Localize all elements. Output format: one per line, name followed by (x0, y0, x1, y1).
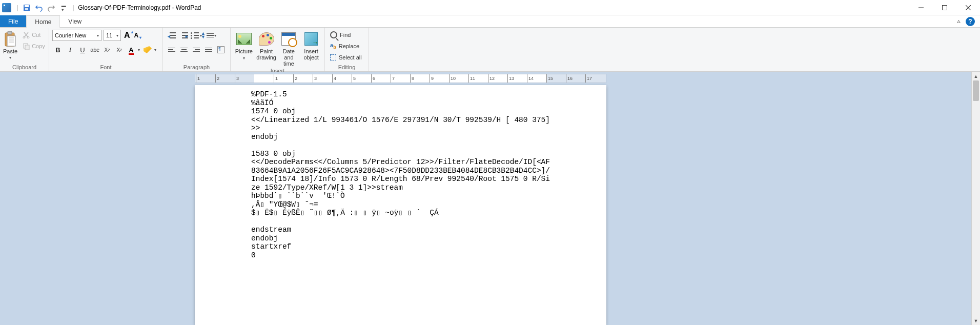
font-size-combo[interactable]: 11▾ (104, 30, 121, 41)
tab-home[interactable]: Home (26, 15, 60, 28)
superscript-button[interactable]: X2 (114, 44, 125, 55)
document-page[interactable]: %PDF-1.5 %âãÏÓ 1574 0 obj <</Linearized … (195, 85, 606, 325)
subscript-button[interactable]: X2 (101, 44, 113, 55)
ruler-tick: 7 (391, 74, 395, 83)
ruler-tick: 14 (527, 74, 534, 83)
ruler-tick: 8 (410, 74, 414, 83)
chevron-down-icon: ▾ (116, 33, 118, 38)
align-right-button[interactable] (191, 44, 202, 55)
ruler-tick: 2 (215, 74, 219, 83)
insert-object-button[interactable]: Insert object (301, 30, 321, 60)
app-icon (2, 3, 11, 12)
font-color-button[interactable]: A ▾ (126, 44, 141, 55)
scroll-up-button[interactable]: ▲ (972, 72, 980, 80)
underline-button[interactable]: U (77, 44, 88, 55)
select-all-icon (330, 54, 336, 60)
ruler-tick: 11 (468, 74, 475, 83)
font-size-value: 11 (106, 32, 112, 38)
ruler-tick: 1 (274, 74, 278, 83)
replace-button[interactable]: ab Replace (328, 41, 361, 51)
italic-button[interactable]: I (65, 44, 76, 55)
select-all-label: Select all (339, 54, 362, 60)
increase-indent-button[interactable]: ► (178, 30, 190, 41)
replace-icon: ab (330, 42, 336, 50)
insert-datetime-button[interactable]: Date and time (279, 30, 299, 67)
ribbon: Paste ▾ Cut Copy Clipboard Courier New▾ (0, 28, 980, 72)
quick-access-toolbar: | ▬▾ | Glossary-Of-PDF-Terminology.pdf -… (0, 2, 201, 13)
group-label-paragraph: Paragraph (166, 63, 227, 70)
line-spacing-button[interactable]: ▲▼▾ (203, 30, 214, 41)
ruler-tick: 1 (196, 74, 200, 83)
bold-button[interactable]: B (52, 44, 64, 55)
ruler-tick: 13 (507, 74, 514, 83)
svg-rect-2 (25, 8, 28, 10)
copy-icon (23, 43, 30, 50)
decrease-indent-button[interactable]: ◄ (166, 30, 177, 41)
highlight-button[interactable]: ▾ (142, 44, 158, 55)
save-icon[interactable] (21, 2, 32, 13)
collapse-ribbon-icon[interactable]: ㅿ (954, 17, 964, 27)
bullets-button[interactable]: ▾ (191, 30, 202, 41)
close-button[interactable] (956, 0, 980, 15)
insert-datetime-label: Date and time (279, 48, 299, 67)
document-text[interactable]: %PDF-1.5 %âãÏÓ 1574 0 obj <</Linearized … (251, 90, 550, 259)
insert-picture-button[interactable]: Picture▾ (234, 30, 254, 62)
ribbon-tabs: File Home View ㅿ ? (0, 15, 980, 28)
font-color-icon: A (129, 46, 133, 54)
copy-label: Copy (32, 43, 45, 49)
highlighter-icon (144, 46, 152, 53)
font-name-value: Courier New (55, 32, 86, 38)
document-area: 3211234567891011121314151617 %PDF-1.5 %â… (0, 72, 980, 325)
cut-icon (23, 31, 30, 38)
insert-object-label: Insert object (301, 48, 321, 60)
scroll-down-button[interactable]: ▼ (972, 316, 980, 325)
cut-label: Cut (32, 32, 40, 38)
tab-file[interactable]: File (0, 15, 26, 27)
group-label-editing: Editing (328, 63, 365, 70)
replace-label: Replace (339, 43, 359, 49)
undo-icon[interactable] (33, 2, 45, 13)
strikethrough-button[interactable]: abc (89, 44, 100, 55)
paste-button[interactable]: Paste ▾ (3, 30, 17, 60)
font-name-combo[interactable]: Courier New▾ (52, 30, 101, 41)
chevron-down-icon: ▾ (243, 56, 245, 60)
chevron-down-icon[interactable]: ▾ (153, 48, 158, 52)
cut-button[interactable]: Cut (21, 30, 47, 40)
picture-icon (236, 33, 252, 45)
paste-label: Paste (3, 48, 17, 54)
align-center-button[interactable] (178, 44, 190, 55)
title-bar: | ▬▾ | Glossary-Of-PDF-Terminology.pdf -… (0, 0, 980, 15)
object-icon (304, 32, 318, 46)
group-font: Courier New▾ 11▾ A A B I U abc X2 X2 A ▾ (49, 28, 163, 71)
shrink-font-button[interactable]: A (133, 32, 140, 39)
redo-icon[interactable] (46, 2, 57, 13)
group-label-font: Font (52, 63, 159, 70)
chevron-down-icon: ▾ (9, 55, 11, 60)
svg-rect-8 (8, 31, 12, 34)
horizontal-ruler[interactable]: 3211234567891011121314151617 (195, 74, 606, 83)
ruler-tick: 10 (449, 74, 456, 83)
qat-customize-icon[interactable]: ▬▾ (58, 2, 69, 13)
justify-button[interactable] (203, 44, 214, 55)
scroll-thumb[interactable] (973, 80, 979, 101)
paragraph-settings-button[interactable] (215, 44, 227, 55)
maximize-button[interactable] (933, 0, 956, 15)
scroll-track[interactable] (972, 80, 980, 316)
find-button[interactable]: Find (328, 30, 353, 40)
ruler-tick: 4 (332, 74, 336, 83)
insert-paint-button[interactable]: Paint drawing (256, 30, 277, 60)
tab-view[interactable]: View (60, 15, 90, 27)
grow-font-button[interactable]: A (123, 31, 131, 40)
ruler-tick: 5 (352, 74, 356, 83)
ruler-tick: 16 (566, 74, 573, 83)
select-all-button[interactable]: Select all (328, 52, 364, 63)
vertical-scrollbar[interactable]: ▲ ▼ (971, 72, 980, 325)
palette-icon (259, 32, 274, 46)
help-icon[interactable]: ? (966, 17, 975, 26)
chevron-down-icon[interactable]: ▾ (136, 48, 141, 52)
group-editing: Find ab Replace Select all Editing (325, 28, 369, 71)
ruler-tick: 3 (235, 74, 239, 83)
minimize-button[interactable] (909, 0, 933, 15)
align-left-button[interactable] (166, 44, 177, 55)
copy-button[interactable]: Copy (21, 41, 47, 51)
